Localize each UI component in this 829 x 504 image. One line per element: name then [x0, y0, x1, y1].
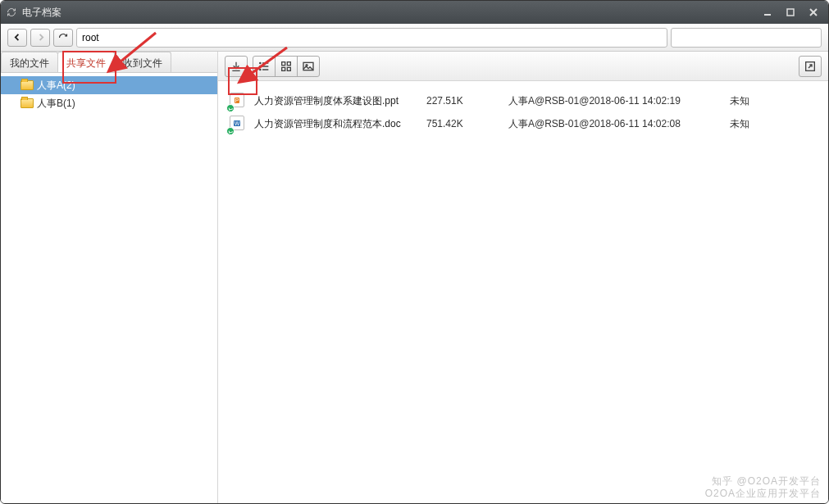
minimize-button[interactable]	[758, 4, 777, 20]
file-size: 227.51K	[426, 95, 500, 107]
path-input[interactable]: root	[76, 28, 667, 48]
file-row[interactable]: P 人力资源管理制度体系建设图.ppt 227.51K 人事A@RSB-01@2…	[230, 89, 817, 112]
window-title: 电子档案	[22, 6, 758, 20]
file-meta: 人事A@RSB-01@2018-06-11 14:02:08	[508, 117, 722, 131]
share-badge-icon	[226, 104, 235, 112]
tree-item[interactable]: 人事B(1)	[1, 94, 217, 112]
svg-point-4	[260, 62, 261, 63]
maximize-button[interactable]	[781, 4, 800, 20]
main-panel: P 人力资源管理制度体系建设图.ppt 227.51K 人事A@RSB-01@2…	[218, 52, 828, 503]
sidebar: 我的文件 共享文件 收到文件 人事A(2) 人事B(1)	[1, 52, 218, 503]
file-status: 未知	[730, 94, 771, 108]
back-button[interactable]	[7, 29, 27, 47]
nav-toolbar: root	[1, 24, 828, 52]
view-grid-button[interactable]	[275, 56, 298, 77]
close-button[interactable]	[804, 4, 823, 20]
tree-item-label: 人事A(2)	[37, 79, 75, 93]
sidebar-tabs: 我的文件 共享文件 收到文件	[1, 52, 217, 73]
search-input[interactable]	[671, 28, 822, 48]
file-row[interactable]: W 人力资源管理制度和流程范本.doc 751.42K 人事A@RSB-01@2…	[230, 112, 817, 135]
path-text: root	[82, 32, 99, 43]
reload-button[interactable]	[53, 29, 73, 47]
tree-item-label: 人事B(1)	[37, 97, 75, 111]
file-size: 751.42K	[426, 118, 500, 129]
expand-button[interactable]	[799, 56, 822, 77]
view-list-button[interactable]	[253, 56, 276, 77]
file-meta: 人事A@RSB-01@2018-06-11 14:02:19	[508, 94, 722, 108]
file-toolbar	[218, 52, 828, 81]
tab-my-files[interactable]: 我的文件	[1, 52, 58, 72]
file-status: 未知	[730, 117, 771, 131]
svg-rect-1	[787, 9, 794, 16]
folder-icon	[20, 80, 34, 90]
file-name: 人力资源管理制度体系建设图.ppt	[254, 94, 418, 108]
tab-shared-files[interactable]: 共享文件	[57, 52, 115, 72]
tab-received-files[interactable]: 收到文件	[114, 52, 171, 72]
svg-rect-10	[282, 61, 285, 65]
forward-button[interactable]	[30, 29, 50, 47]
file-name: 人力资源管理制度和流程范本.doc	[254, 117, 418, 131]
refresh-icon	[6, 7, 17, 18]
svg-rect-13	[287, 67, 290, 70]
download-button[interactable]	[225, 56, 248, 77]
file-icon: W	[230, 116, 246, 132]
svg-point-8	[260, 69, 261, 70]
folder-icon	[20, 98, 34, 108]
title-bar: 电子档案	[1, 1, 828, 24]
share-badge-icon	[226, 127, 235, 135]
svg-rect-12	[282, 67, 285, 70]
svg-rect-11	[287, 61, 290, 65]
view-image-button[interactable]	[297, 56, 320, 77]
folder-tree: 人事A(2) 人事B(1)	[1, 73, 217, 503]
file-icon: P	[230, 93, 246, 109]
svg-point-6	[260, 66, 261, 66]
file-list: P 人力资源管理制度体系建设图.ppt 227.51K 人事A@RSB-01@2…	[218, 81, 828, 503]
tree-item[interactable]: 人事A(2)	[1, 76, 217, 94]
